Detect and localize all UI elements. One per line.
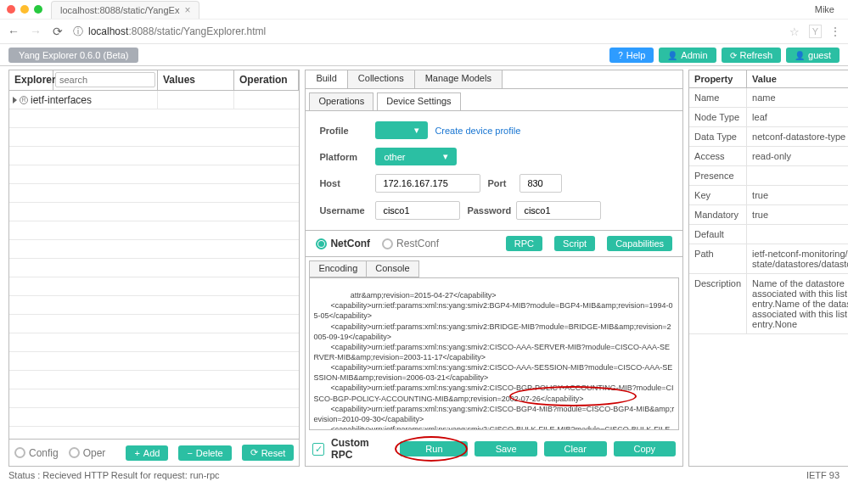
device-form: Profile ▾ Create device profile Platform… [306, 111, 682, 231]
host-input[interactable] [375, 174, 480, 193]
username-input[interactable] [375, 201, 460, 220]
script-button[interactable]: Script [554, 236, 595, 251]
site-info-icon[interactable]: ⓘ [73, 25, 83, 39]
property-row: Mandatorytrue [689, 205, 848, 225]
chevron-down-icon: ▾ [443, 151, 448, 162]
tab-build[interactable]: Build [306, 70, 347, 88]
property-header: Property [689, 70, 747, 88]
forward-icon[interactable]: → [29, 25, 42, 38]
window-controls[interactable] [7, 5, 42, 14]
refresh-icon: ⟳ [730, 51, 737, 60]
chevron-down-icon: ▾ [414, 125, 419, 136]
admin-button[interactable]: 👤Admin [659, 48, 716, 63]
menu-icon[interactable]: ⋮ [830, 25, 841, 37]
tab-device-settings[interactable]: Device Settings [377, 92, 460, 110]
help-button[interactable]: ?Help [609, 48, 654, 63]
operation-header: Operation [234, 70, 299, 90]
property-key: Key [689, 186, 747, 205]
platform-label: Platform [319, 152, 368, 162]
user-icon: 👤 [795, 51, 805, 60]
address-bar[interactable]: ⓘ localhost:8088/static/YangExplorer.htm… [73, 25, 780, 39]
profile-name[interactable]: Mike [815, 4, 841, 14]
netconf-radio[interactable]: NetConf [316, 238, 370, 249]
capabilities-button[interactable]: Capabilities [607, 236, 672, 251]
status-bar: Status : Recieved HTTP Result for reques… [0, 467, 848, 484]
extension-icon[interactable]: Y [809, 25, 822, 38]
oper-radio[interactable]: Oper [69, 447, 106, 459]
property-row: Presence [689, 166, 848, 186]
property-value: Name of the datastore associated with th… [747, 274, 848, 334]
rpc-button[interactable]: RPC [506, 236, 542, 251]
property-key: Node Type [689, 108, 747, 127]
property-key: Name [689, 88, 747, 108]
minus-icon: − [187, 448, 192, 458]
restconf-radio[interactable]: RestConf [382, 238, 439, 249]
tab-operations[interactable]: Operations [309, 92, 373, 110]
model-tree[interactable]: R ietf-interfaces [9, 91, 299, 439]
property-row: Keytrue [689, 186, 848, 205]
plus-icon: + [134, 448, 139, 458]
module-icon: R [20, 96, 28, 104]
status-text: Status : Recieved HTTP Result for reques… [8, 470, 220, 480]
property-value [747, 225, 848, 244]
add-button[interactable]: + Add [126, 445, 168, 461]
back-icon[interactable]: ← [7, 25, 20, 38]
user-icon: 👤 [667, 51, 677, 60]
property-value: netconf-datastore-type [747, 127, 848, 147]
create-profile-link[interactable]: Create device profile [435, 126, 520, 136]
run-button[interactable]: Run [400, 441, 468, 456]
reload-icon[interactable]: ⟳ [51, 25, 65, 38]
value-header: Value [747, 70, 848, 88]
browser-tab[interactable]: localhost:8088/static/YangEx × [51, 1, 199, 19]
property-value [747, 166, 848, 186]
property-key: Path [689, 244, 747, 274]
bookmark-icon[interactable]: ☆ [789, 25, 800, 39]
help-icon: ? [618, 51, 623, 60]
custom-rpc-label: Custom RPC [331, 437, 386, 461]
clear-button[interactable]: Clear [544, 441, 607, 456]
tab-title: localhost:8088/static/YangEx [60, 5, 179, 15]
property-row: Pathietf-netconf-monitoring/netconf-stat… [689, 244, 848, 274]
expand-icon[interactable] [13, 97, 17, 104]
property-panel: PropertyValue NamenameNode TypeleafData … [688, 70, 848, 467]
browser-chrome: localhost:8088/static/YangEx × Mike ← → … [0, 0, 848, 66]
reset-button[interactable]: ⟳ Reset [242, 445, 295, 461]
console-output[interactable]: attr&amp;revision=2015-04-27</capability… [309, 277, 679, 430]
custom-rpc-checkbox[interactable]: ✓ [312, 443, 324, 456]
search-input[interactable] [55, 72, 155, 87]
close-tab-icon[interactable]: × [184, 4, 190, 16]
copy-button[interactable]: Copy [614, 441, 677, 456]
center-panel: Build Collections Manage Models Operatio… [305, 70, 683, 467]
port-input[interactable] [519, 174, 562, 193]
refresh-button[interactable]: ⟳Refresh [722, 48, 782, 63]
profile-label: Profile [319, 126, 368, 136]
delete-button[interactable]: − Delete [178, 445, 231, 461]
minimize-window-icon[interactable] [20, 5, 29, 14]
explorer-header: Explorer [9, 70, 53, 90]
property-key: Access [689, 147, 747, 166]
property-value: name [747, 88, 848, 108]
tab-encoding[interactable]: Encoding [309, 260, 366, 277]
password-label: Password [467, 205, 509, 216]
maximize-window-icon[interactable] [34, 5, 42, 14]
property-value: true [747, 205, 848, 225]
save-button[interactable]: Save [475, 441, 537, 456]
status-right: IETF 93 [806, 470, 840, 480]
property-value: ietf-netconf-monitoring/netconf-state/da… [747, 244, 848, 274]
platform-select[interactable]: other▾ [375, 148, 457, 165]
guest-button[interactable]: 👤guest [786, 48, 840, 63]
config-radio[interactable]: Config [14, 447, 59, 459]
tab-console[interactable]: Console [366, 260, 418, 277]
host-label: Host [319, 178, 368, 188]
tab-collections[interactable]: Collections [348, 70, 415, 88]
close-window-icon[interactable] [7, 5, 15, 14]
property-value: true [747, 186, 848, 205]
password-input[interactable] [516, 201, 601, 220]
property-row: Accessread-only [689, 147, 848, 166]
tree-row[interactable]: R ietf-interfaces [9, 91, 299, 109]
app-version-badge: Yang Explorer 0.6.0 (Beta) [8, 48, 138, 63]
profile-select[interactable]: ▾ [375, 121, 428, 139]
explorer-panel: Explorer Values Operation R ietf-interfa… [8, 70, 300, 467]
tab-manage-models[interactable]: Manage Models [415, 70, 503, 88]
property-key: Description [689, 274, 747, 334]
